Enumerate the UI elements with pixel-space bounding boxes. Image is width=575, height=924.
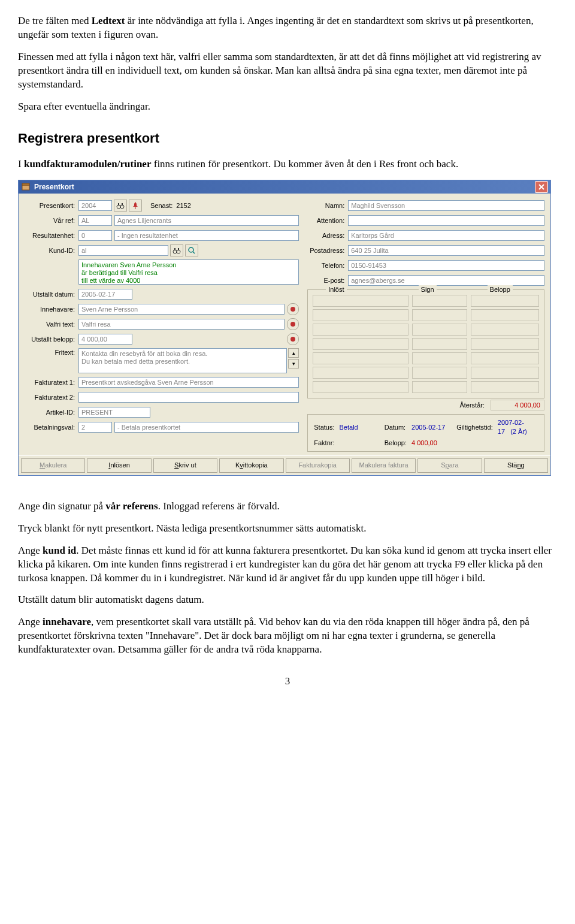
inlost-row-3-sign[interactable]: [412, 324, 467, 336]
para-9: Ange innehavare, vem presentkortet skall…: [18, 615, 557, 657]
col-sign: Sign: [419, 285, 437, 294]
magnify-icon[interactable]: [185, 244, 198, 256]
red-dot-button-1[interactable]: [287, 303, 299, 315]
label-epost: E-post:: [307, 276, 348, 285]
inlost-group: Inlöst Sign Belopp: [307, 289, 544, 398]
presentkort-input[interactable]: 2004: [78, 200, 112, 211]
inlost-row-7-belopp[interactable]: [471, 381, 539, 393]
resultatenhet-text: - Ingen resultatenhet: [114, 230, 299, 241]
adress-input[interactable]: Karltorps Gård: [348, 230, 544, 241]
label-kundid: Kund-ID:: [25, 246, 78, 255]
skrivut-button[interactable]: Skriv ut: [153, 458, 217, 473]
attention-input[interactable]: [348, 215, 544, 226]
label-betalningsval: Betalningsval:: [25, 423, 78, 432]
inlosen-button[interactable]: Inlösen: [87, 458, 151, 473]
inlost-row-2-sign[interactable]: [412, 309, 467, 321]
inlost-row-3-belopp[interactable]: [471, 324, 539, 336]
inlost-row-7-date[interactable]: [313, 381, 408, 393]
inlost-row-4-belopp[interactable]: [471, 338, 539, 350]
svg-rect-0: [22, 185, 29, 190]
makulerafaktura-button[interactable]: Makulera faktura: [352, 458, 416, 473]
inlost-row-7-sign[interactable]: [412, 381, 467, 393]
svg-rect-11: [174, 248, 175, 250]
memo-text: Innehavaren Sven Arne Persson är berätti…: [78, 259, 299, 285]
betalningsval-text: - Betala presentkortet: [114, 422, 299, 433]
para-1: De tre fälten med Ledtext är inte nödvän…: [18, 14, 557, 42]
fritext-input[interactable]: Kontakta din resebyrå för att boka din r…: [78, 348, 287, 373]
telefon-input[interactable]: 0150-91453: [348, 260, 544, 271]
varref-name-input[interactable]: Agnes Liljencrants: [114, 215, 299, 226]
artikelid-input[interactable]: PRESENT: [78, 407, 150, 418]
kundid-input[interactable]: al: [78, 245, 168, 256]
inlost-row-6-date[interactable]: [313, 367, 408, 379]
label-postadress: Postadress:: [307, 246, 348, 255]
label-aterstar: Återstår:: [459, 401, 485, 410]
spara-button[interactable]: Spara: [417, 458, 482, 473]
inlost-row-3-date[interactable]: [313, 324, 408, 336]
label-valfritext: Valfri text:: [25, 320, 78, 329]
label-utstallt: Utställt datum:: [25, 290, 78, 299]
red-dot-button-3[interactable]: [287, 333, 299, 345]
label-fritext: Fritext:: [25, 348, 78, 357]
namn-input[interactable]: Maghild Svensson: [348, 200, 544, 211]
label-fakturatext2: Fakturatext 2:: [25, 393, 78, 402]
red-dot-button-2[interactable]: [287, 318, 299, 330]
label-attention: Attention:: [307, 216, 348, 225]
label-adress: Adress:: [307, 231, 348, 240]
label-senast: Senast:: [150, 201, 172, 210]
svg-rect-12: [178, 248, 179, 250]
binoculars-icon-2[interactable]: [170, 244, 183, 256]
label-innehavare: Innehavare:: [25, 305, 78, 314]
label-fakturatext1: Fakturatext 1:: [25, 378, 78, 387]
inlost-row-2-belopp[interactable]: [471, 309, 539, 321]
close-button[interactable]: [535, 181, 548, 193]
datum-value: 2005-02-17: [411, 423, 452, 432]
makulera-button[interactable]: Makulera: [21, 458, 85, 473]
label-belopp: Belopp:: [385, 439, 407, 448]
betalningsval-input[interactable]: 2: [78, 422, 112, 433]
col-belopp: Belopp: [488, 285, 513, 294]
utstalltbelopp-input[interactable]: 4 000,00: [78, 334, 132, 345]
scroll-down-icon[interactable]: ▾: [288, 359, 299, 369]
inlost-row-2-date[interactable]: [313, 309, 408, 321]
para-5: Ange din signatur på vår referens. Inlog…: [18, 500, 557, 514]
inlost-row-4-date[interactable]: [313, 338, 408, 350]
innehavare-input[interactable]: Sven Arne Persson: [78, 304, 285, 315]
inlost-row-6-sign[interactable]: [412, 367, 467, 379]
titlebar[interactable]: Presentkort: [19, 180, 550, 194]
inlost-row-1-sign[interactable]: [412, 295, 467, 307]
giltighetstid-value: 2007-02-17 (2 År): [498, 418, 538, 436]
svg-rect-6: [118, 203, 119, 206]
binoculars-icon[interactable]: [114, 200, 127, 212]
inlost-row-4-sign[interactable]: [412, 338, 467, 350]
label-utstalltbelopp: Utställt belopp:: [25, 335, 78, 344]
senast-value: 2152: [176, 201, 190, 210]
page-number: 3: [18, 675, 557, 689]
inlost-row-1-belopp[interactable]: [471, 295, 539, 307]
fakturakopia-button[interactable]: Fakturakopia: [286, 458, 350, 473]
inlost-row-6-belopp[interactable]: [471, 367, 539, 379]
window-title: Presentkort: [34, 182, 535, 192]
epost-input[interactable]: agnes@abergs.se: [348, 275, 544, 286]
valfritext-input[interactable]: Valfri resa: [78, 319, 285, 330]
pin-icon[interactable]: [129, 200, 142, 212]
varref-sign-input[interactable]: AL: [78, 215, 112, 226]
inlost-row-1-date[interactable]: [313, 295, 408, 307]
scroll-up-icon[interactable]: ▴: [288, 348, 299, 358]
fakturatext2-input[interactable]: [78, 392, 299, 403]
inlost-row-5-sign[interactable]: [412, 352, 467, 364]
para-8: Utställt datum blir automatiskt dagens d…: [18, 593, 557, 607]
svg-rect-1: [22, 183, 29, 185]
inlost-row-5-date[interactable]: [313, 352, 408, 364]
resultatenhet-input[interactable]: 0: [78, 230, 112, 241]
utstallt-input[interactable]: 2005-02-17: [78, 289, 132, 300]
inlost-row-5-belopp[interactable]: [471, 352, 539, 364]
svg-rect-7: [122, 203, 123, 206]
col-inlost: Inlöst: [326, 285, 346, 294]
para-7: Ange kund id. Det måste finnas ett kund …: [18, 544, 557, 585]
postadress-input[interactable]: 640 25 Julita: [348, 245, 544, 256]
kvittokopia-button[interactable]: Kvittokopia: [219, 458, 283, 473]
fakturatext1-input[interactable]: Presentkort avskedsgåva Sven Arne Persso…: [78, 377, 299, 388]
label-faktnr: Faktnr:: [314, 439, 334, 448]
stang-button[interactable]: Stäng: [484, 458, 548, 473]
